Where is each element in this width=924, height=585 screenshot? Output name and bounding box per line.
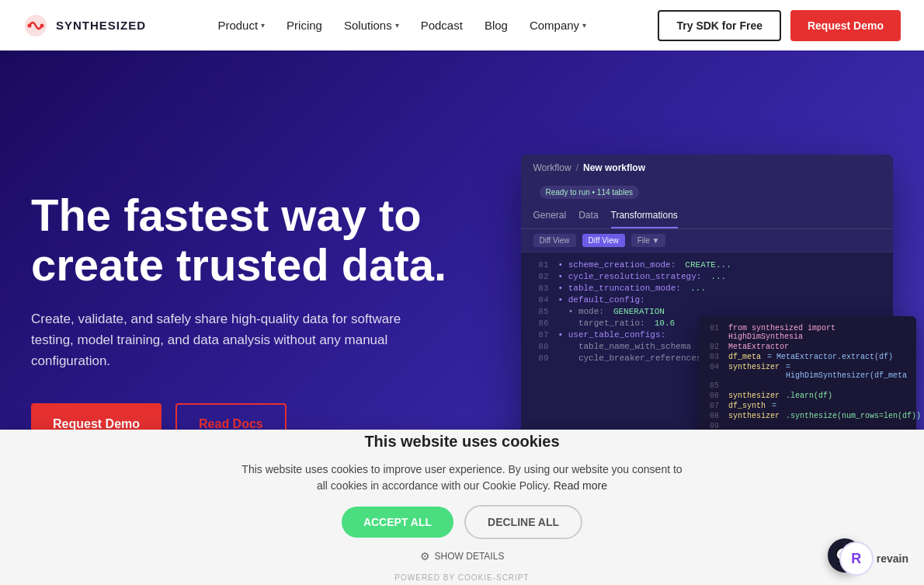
code-line-5: 85 • mode: GENERATION: [533, 307, 881, 316]
company-caret-icon: ▾: [582, 21, 586, 30]
read-more-link[interactable]: Read more: [554, 479, 607, 492]
revain-text: revain: [877, 552, 908, 565]
product-caret-icon: ▾: [261, 21, 265, 30]
preview-toolbar: Diff View Diff View File ▼: [521, 229, 894, 252]
nav-blog[interactable]: Blog: [485, 19, 508, 32]
decline-all-button[interactable]: DECLINE ALL: [464, 505, 582, 539]
tab-data[interactable]: Data: [578, 204, 598, 228]
code-line-4: 84 • default_config:: [533, 295, 881, 305]
tab-transformations[interactable]: Transformations: [611, 204, 678, 228]
cookie-title: This website uses cookies: [364, 433, 559, 451]
nav-product[interactable]: Product ▾: [217, 19, 265, 32]
status-badge: Ready to run • 114 tables: [540, 186, 639, 199]
svg-point-2: [40, 23, 44, 27]
cookie-powered-by: POWERED BY COOKIE-SCRIPT: [394, 573, 529, 582]
nav-pricing[interactable]: Pricing: [287, 19, 322, 32]
cookie-text: This website uses cookies to improve use…: [237, 461, 687, 494]
toolbar-file[interactable]: File ▼: [631, 234, 666, 247]
cookie-banner: This website uses cookies This website u…: [0, 430, 924, 585]
nav-podcast[interactable]: Podcast: [421, 19, 463, 32]
hero-content: The fastest way to create trusted data. …: [31, 190, 505, 444]
nav-company[interactable]: Company ▾: [530, 19, 586, 32]
logo-text: SYNTHESIZED: [56, 19, 146, 32]
solutions-caret-icon: ▾: [395, 21, 399, 30]
breadcrumb-current: New workflow: [583, 162, 645, 173]
request-demo-button-nav[interactable]: Request Demo: [790, 10, 901, 41]
cookie-buttons: ACCEPT ALL DECLINE ALL: [342, 505, 582, 539]
gear-icon: ⚙: [420, 550, 430, 562]
show-details-button[interactable]: ⚙ SHOW DETAILS: [420, 550, 505, 562]
nav-links: Product ▾ Pricing Solutions ▾ Podcast Bl…: [217, 19, 586, 32]
tab-general[interactable]: General: [533, 204, 567, 228]
code-line-3: 83 • table_truncation_mode: ...: [533, 284, 881, 293]
logo-icon: [23, 13, 48, 38]
breadcrumb-separator: /: [576, 162, 578, 173]
code-line-2: 82 • cycle_resolution_strategy: ...: [533, 272, 881, 281]
hero-title: The fastest way to create trusted data.: [31, 190, 490, 290]
nav-solutions[interactable]: Solutions ▾: [344, 19, 399, 32]
svg-point-1: [28, 23, 32, 27]
preview-tabs: General Data Transformations: [521, 204, 894, 229]
preview-breadcrumb: Workflow / New workflow: [521, 155, 894, 181]
hero-subtitle: Create, validate, and safely share high-…: [31, 308, 435, 372]
try-sdk-button[interactable]: Try SDK for Free: [658, 10, 780, 41]
toolbar-diffview2[interactable]: Diff View: [582, 234, 625, 247]
code-line-1: 81 • scheme_creation_mode: CREATE...: [533, 260, 881, 270]
navigation: SYNTHESIZED Product ▾ Pricing Solutions …: [0, 0, 924, 50]
nav-cta: Try SDK for Free Request Demo: [658, 10, 901, 41]
breadcrumb-parent: Workflow: [533, 162, 571, 173]
revain-badge[interactable]: R revain: [839, 541, 908, 576]
toolbar-diffview[interactable]: Diff View: [533, 234, 576, 247]
logo[interactable]: SYNTHESIZED: [23, 13, 146, 38]
accept-all-button[interactable]: ACCEPT ALL: [342, 507, 453, 538]
revain-icon: R: [839, 541, 874, 576]
